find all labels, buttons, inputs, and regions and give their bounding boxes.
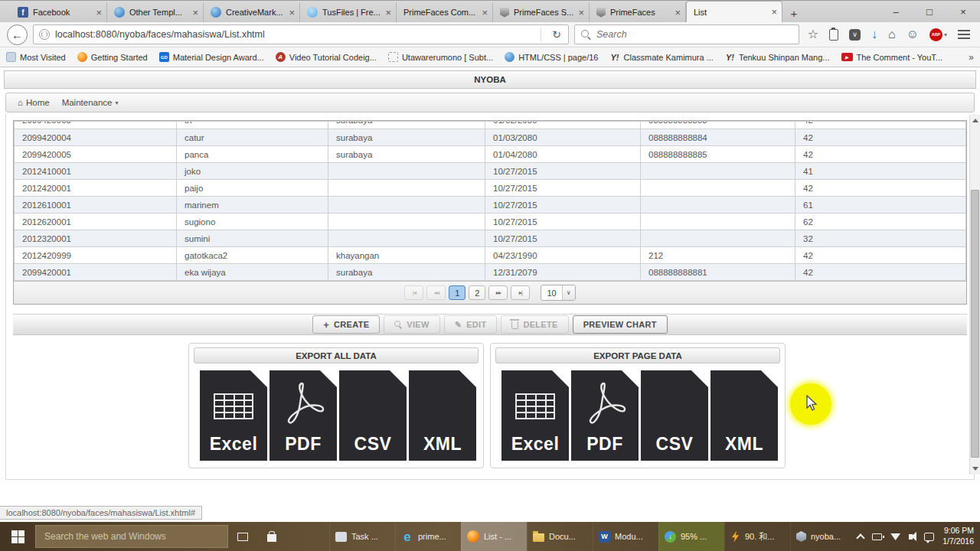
- bookmark-htmlcss[interactable]: HTML/CSS | page/16: [505, 52, 598, 62]
- tab-tusfiles[interactable]: TusFiles | Fre... ×: [300, 2, 397, 22]
- bookmark-video-tutorial[interactable]: AVideo Tutorial Codeig...: [276, 52, 377, 62]
- url-text[interactable]: localhost:8080/nyoba/faces/mahasiswa/Lis…: [55, 29, 535, 40]
- app-menubar: ⌂ Home Maintenance ▾: [5, 93, 975, 112]
- export-page-csv-button[interactable]: CSV: [641, 370, 708, 461]
- taskbar-app-netbeans[interactable]: nyoba...: [790, 522, 856, 551]
- tab-close-icon[interactable]: ×: [482, 8, 488, 18]
- bookmarks-overflow-icon[interactable]: »: [969, 52, 974, 63]
- export-all-xml-button[interactable]: XML: [409, 370, 476, 461]
- scrollbar-thumb[interactable]: [971, 190, 979, 458]
- menu-item-maintenance[interactable]: Maintenance ▾: [57, 96, 124, 109]
- back-button[interactable]: ←: [7, 24, 28, 45]
- hello-smiley-icon[interactable]: ☺: [906, 28, 919, 41]
- tab-close-icon[interactable]: ×: [675, 8, 681, 18]
- table-row[interactable]: 2012620001sugiono10/27/201562: [15, 214, 966, 230]
- windows-search-input[interactable]: [44, 531, 219, 542]
- tab-close-icon[interactable]: ×: [192, 8, 198, 18]
- taskbar-app-winamp[interactable]: 90. 和...: [724, 522, 790, 551]
- menu-hamburger-icon[interactable]: [958, 30, 970, 39]
- tab-facebook[interactable]: f Facebook ×: [11, 2, 107, 22]
- bookmark-classmate-kamimura[interactable]: Y!Classmate Kamimura ...: [610, 52, 714, 62]
- tab-close-icon[interactable]: ×: [96, 8, 102, 18]
- window-close-button[interactable]: ×: [946, 1, 980, 22]
- task-view-button[interactable]: [228, 522, 257, 551]
- tab-primefaces-com[interactable]: PrimeFaces Com... ×: [397, 2, 493, 22]
- reading-list-icon[interactable]: [829, 29, 838, 41]
- tab-creativemarket[interactable]: CreativeMark... ×: [204, 2, 300, 22]
- export-page-pdf-button[interactable]: PDF: [571, 370, 639, 461]
- downloads-icon[interactable]: ↓: [871, 28, 877, 41]
- table-row[interactable]: 2099420004catursurabaya01/03/20800888888…: [15, 129, 966, 146]
- window-minimize-button[interactable]: –: [879, 1, 913, 22]
- table-row[interactable]: 2012610001marinem10/27/201561: [15, 197, 966, 214]
- scroll-up-icon[interactable]: [972, 119, 978, 122]
- menu-item-home[interactable]: ⌂ Home: [12, 96, 55, 109]
- tab-list-active[interactable]: List ×: [686, 1, 782, 22]
- bookmark-getting-started[interactable]: Getting Started: [77, 52, 148, 62]
- tray-expand-icon[interactable]: [856, 533, 864, 542]
- paginator-page-2[interactable]: 2: [469, 285, 485, 300]
- tab-primefaces[interactable]: PrimeFaces ×: [590, 2, 686, 22]
- window-maximize-button[interactable]: □: [913, 1, 946, 22]
- table-row[interactable]: 2099420001eka wijayasurabaya12/31/207908…: [15, 264, 966, 281]
- table-row[interactable]: 2012320001sumini10/27/201532: [15, 230, 966, 247]
- bookmark-material-design[interactable]: GDMaterial Design Award...: [159, 52, 264, 62]
- export-page-excel-button[interactable]: Excel: [501, 370, 569, 461]
- table-cell: 2099420005: [15, 146, 177, 163]
- tab-other-templates[interactable]: Other Templ... ×: [107, 2, 204, 22]
- taskbar-clock[interactable]: 9:06 PM 1/7/2016: [942, 526, 974, 546]
- search-input[interactable]: [596, 29, 792, 40]
- bookmark-star-icon[interactable]: ☆: [808, 28, 818, 41]
- table-row[interactable]: 2099420005pancasurabaya01/04/20800888888…: [15, 146, 966, 163]
- start-button[interactable]: [0, 522, 35, 551]
- paginator-next-button[interactable]: ▸▸: [488, 285, 508, 300]
- export-all-csv-button[interactable]: CSV: [339, 370, 407, 461]
- table-row[interactable]: 2012410001joko10/27/201541: [15, 163, 966, 180]
- preview-chart-button[interactable]: PREVIEW CHART: [573, 315, 668, 334]
- speaker-icon[interactable]: [909, 534, 913, 540]
- notification-icon[interactable]: [924, 533, 934, 541]
- new-tab-button[interactable]: +: [782, 4, 805, 22]
- table-cell: 2099420003: [15, 122, 177, 129]
- table-row[interactable]: 2012420999gatotkaca2khayangan04/23/19902…: [15, 247, 966, 264]
- bookmark-youtube-comment[interactable]: ▶The Comment - YouT...: [841, 53, 943, 62]
- adblock-plus-icon[interactable]: ABP ▾: [929, 28, 947, 41]
- address-bar[interactable]: localhost:8080/nyoba/faces/mahasiswa/Lis…: [33, 24, 569, 44]
- table-cell: 61: [795, 197, 966, 214]
- home-icon[interactable]: ⌂: [888, 28, 896, 41]
- pocket-icon[interactable]: ∨: [849, 29, 861, 41]
- tab-close-icon[interactable]: ×: [578, 8, 584, 18]
- battery-icon[interactable]: [872, 533, 882, 540]
- create-button[interactable]: + CREATE: [312, 315, 380, 334]
- table-row-partial[interactable]: 2099420003trisurabaya01/02/2080088888888…: [15, 122, 966, 129]
- taskbar-app-word[interactable]: WModu...: [593, 522, 658, 551]
- browser-search-box[interactable]: [574, 24, 799, 44]
- windows-search-box[interactable]: [35, 525, 228, 548]
- taskbar-app-firefox-active[interactable]: List - ...: [461, 522, 527, 551]
- reload-button[interactable]: ↻: [547, 28, 567, 41]
- page-scrollbar[interactable]: [969, 115, 980, 474]
- paginator-page-1[interactable]: 1: [449, 285, 466, 300]
- taskbar-app-taskmanager[interactable]: Task ...: [329, 522, 395, 551]
- store-button[interactable]: [257, 522, 286, 551]
- paginator-last-button[interactable]: ▸|: [511, 285, 530, 300]
- table-cell: gatotkaca2: [177, 247, 328, 264]
- taskbar-app-edge[interactable]: eprime...: [395, 522, 461, 551]
- rows-per-page-dropdown[interactable]: 10 ∨: [541, 285, 575, 301]
- export-all-excel-button[interactable]: Excel: [200, 370, 267, 461]
- taskbar-app-idm[interactable]: ↓95% ...: [658, 522, 724, 551]
- tab-close-icon[interactable]: ×: [771, 7, 777, 17]
- bookmark-utawarerumono[interactable]: Utawarerumono [ Subt...: [388, 52, 493, 62]
- export-all-pdf-button[interactable]: PDF: [270, 370, 337, 461]
- tab-primefaces-showcase[interactable]: PrimeFaces S... ×: [493, 2, 590, 22]
- tab-close-icon[interactable]: ×: [385, 8, 391, 18]
- bookmark-tenkuu-shinpan[interactable]: Y!Tenkuu Shinpan Mang...: [725, 52, 830, 62]
- export-page-xml-button[interactable]: XML: [710, 370, 778, 461]
- table-cell: [641, 180, 795, 197]
- wifi-icon[interactable]: [890, 533, 900, 540]
- tab-close-icon[interactable]: ×: [289, 8, 295, 18]
- taskbar-app-documents[interactable]: Docu...: [527, 522, 593, 551]
- table-row[interactable]: 2012420001paijo10/27/201542: [15, 180, 966, 197]
- bookmark-most-visited[interactable]: Most Visited: [6, 52, 66, 62]
- scroll-down-icon[interactable]: [972, 467, 978, 471]
